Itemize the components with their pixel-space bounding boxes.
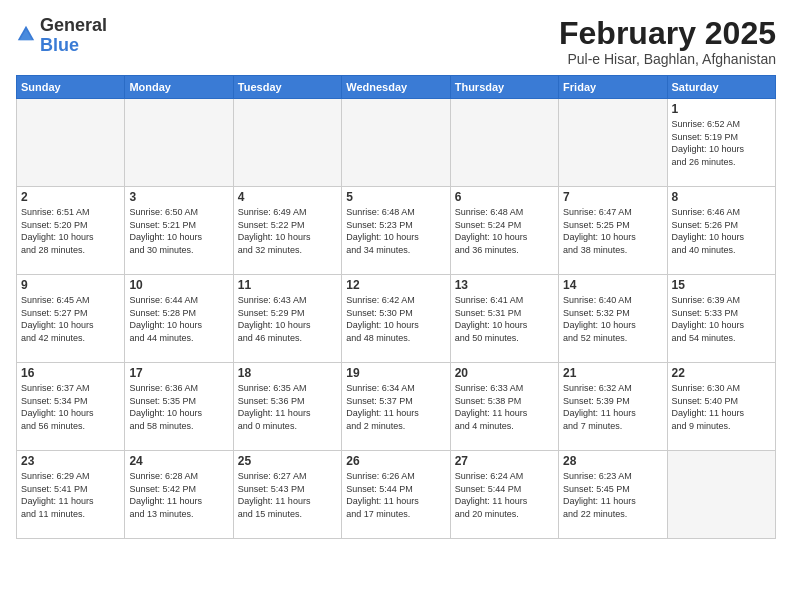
day-number: 19	[346, 366, 445, 380]
header: General Blue February 2025 Pul-e Hisar, …	[16, 16, 776, 67]
calendar-week-0: 1Sunrise: 6:52 AM Sunset: 5:19 PM Daylig…	[17, 99, 776, 187]
header-thursday: Thursday	[450, 76, 558, 99]
day-info: Sunrise: 6:48 AM Sunset: 5:24 PM Dayligh…	[455, 206, 554, 256]
day-number: 28	[563, 454, 662, 468]
table-row	[342, 99, 450, 187]
table-row: 2Sunrise: 6:51 AM Sunset: 5:20 PM Daylig…	[17, 187, 125, 275]
header-tuesday: Tuesday	[233, 76, 341, 99]
day-number: 24	[129, 454, 228, 468]
day-info: Sunrise: 6:23 AM Sunset: 5:45 PM Dayligh…	[563, 470, 662, 520]
day-info: Sunrise: 6:49 AM Sunset: 5:22 PM Dayligh…	[238, 206, 337, 256]
day-number: 21	[563, 366, 662, 380]
day-number: 22	[672, 366, 771, 380]
table-row: 23Sunrise: 6:29 AM Sunset: 5:41 PM Dayli…	[17, 451, 125, 539]
table-row: 19Sunrise: 6:34 AM Sunset: 5:37 PM Dayli…	[342, 363, 450, 451]
day-info: Sunrise: 6:48 AM Sunset: 5:23 PM Dayligh…	[346, 206, 445, 256]
day-info: Sunrise: 6:24 AM Sunset: 5:44 PM Dayligh…	[455, 470, 554, 520]
day-info: Sunrise: 6:33 AM Sunset: 5:38 PM Dayligh…	[455, 382, 554, 432]
table-row: 22Sunrise: 6:30 AM Sunset: 5:40 PM Dayli…	[667, 363, 775, 451]
day-info: Sunrise: 6:50 AM Sunset: 5:21 PM Dayligh…	[129, 206, 228, 256]
day-number: 12	[346, 278, 445, 292]
header-saturday: Saturday	[667, 76, 775, 99]
table-row: 20Sunrise: 6:33 AM Sunset: 5:38 PM Dayli…	[450, 363, 558, 451]
day-info: Sunrise: 6:41 AM Sunset: 5:31 PM Dayligh…	[455, 294, 554, 344]
header-friday: Friday	[559, 76, 667, 99]
table-row: 7Sunrise: 6:47 AM Sunset: 5:25 PM Daylig…	[559, 187, 667, 275]
day-info: Sunrise: 6:43 AM Sunset: 5:29 PM Dayligh…	[238, 294, 337, 344]
table-row: 21Sunrise: 6:32 AM Sunset: 5:39 PM Dayli…	[559, 363, 667, 451]
calendar: Sunday Monday Tuesday Wednesday Thursday…	[16, 75, 776, 539]
table-row: 24Sunrise: 6:28 AM Sunset: 5:42 PM Dayli…	[125, 451, 233, 539]
day-info: Sunrise: 6:45 AM Sunset: 5:27 PM Dayligh…	[21, 294, 120, 344]
title-block: February 2025 Pul-e Hisar, Baghlan, Afgh…	[559, 16, 776, 67]
day-info: Sunrise: 6:46 AM Sunset: 5:26 PM Dayligh…	[672, 206, 771, 256]
day-info: Sunrise: 6:28 AM Sunset: 5:42 PM Dayligh…	[129, 470, 228, 520]
day-info: Sunrise: 6:30 AM Sunset: 5:40 PM Dayligh…	[672, 382, 771, 432]
day-number: 27	[455, 454, 554, 468]
day-number: 6	[455, 190, 554, 204]
table-row: 5Sunrise: 6:48 AM Sunset: 5:23 PM Daylig…	[342, 187, 450, 275]
logo-icon	[16, 24, 36, 44]
table-row	[125, 99, 233, 187]
day-number: 7	[563, 190, 662, 204]
calendar-week-4: 23Sunrise: 6:29 AM Sunset: 5:41 PM Dayli…	[17, 451, 776, 539]
day-number: 5	[346, 190, 445, 204]
header-wednesday: Wednesday	[342, 76, 450, 99]
table-row: 1Sunrise: 6:52 AM Sunset: 5:19 PM Daylig…	[667, 99, 775, 187]
calendar-week-2: 9Sunrise: 6:45 AM Sunset: 5:27 PM Daylig…	[17, 275, 776, 363]
logo-blue-text: Blue	[40, 35, 79, 55]
table-row: 12Sunrise: 6:42 AM Sunset: 5:30 PM Dayli…	[342, 275, 450, 363]
calendar-week-1: 2Sunrise: 6:51 AM Sunset: 5:20 PM Daylig…	[17, 187, 776, 275]
table-row	[450, 99, 558, 187]
table-row: 28Sunrise: 6:23 AM Sunset: 5:45 PM Dayli…	[559, 451, 667, 539]
day-number: 26	[346, 454, 445, 468]
day-info: Sunrise: 6:36 AM Sunset: 5:35 PM Dayligh…	[129, 382, 228, 432]
page: General Blue February 2025 Pul-e Hisar, …	[0, 0, 792, 612]
table-row: 9Sunrise: 6:45 AM Sunset: 5:27 PM Daylig…	[17, 275, 125, 363]
calendar-header-row: Sunday Monday Tuesday Wednesday Thursday…	[17, 76, 776, 99]
table-row: 11Sunrise: 6:43 AM Sunset: 5:29 PM Dayli…	[233, 275, 341, 363]
header-sunday: Sunday	[17, 76, 125, 99]
day-number: 18	[238, 366, 337, 380]
table-row: 8Sunrise: 6:46 AM Sunset: 5:26 PM Daylig…	[667, 187, 775, 275]
day-info: Sunrise: 6:29 AM Sunset: 5:41 PM Dayligh…	[21, 470, 120, 520]
day-number: 10	[129, 278, 228, 292]
day-info: Sunrise: 6:40 AM Sunset: 5:32 PM Dayligh…	[563, 294, 662, 344]
table-row: 17Sunrise: 6:36 AM Sunset: 5:35 PM Dayli…	[125, 363, 233, 451]
table-row: 3Sunrise: 6:50 AM Sunset: 5:21 PM Daylig…	[125, 187, 233, 275]
day-number: 23	[21, 454, 120, 468]
day-number: 20	[455, 366, 554, 380]
table-row	[233, 99, 341, 187]
day-number: 13	[455, 278, 554, 292]
day-number: 15	[672, 278, 771, 292]
day-number: 3	[129, 190, 228, 204]
logo: General Blue	[16, 16, 107, 56]
header-monday: Monday	[125, 76, 233, 99]
day-number: 11	[238, 278, 337, 292]
table-row: 18Sunrise: 6:35 AM Sunset: 5:36 PM Dayli…	[233, 363, 341, 451]
day-number: 2	[21, 190, 120, 204]
day-info: Sunrise: 6:37 AM Sunset: 5:34 PM Dayligh…	[21, 382, 120, 432]
day-info: Sunrise: 6:52 AM Sunset: 5:19 PM Dayligh…	[672, 118, 771, 168]
month-title: February 2025	[559, 16, 776, 51]
table-row: 6Sunrise: 6:48 AM Sunset: 5:24 PM Daylig…	[450, 187, 558, 275]
location: Pul-e Hisar, Baghlan, Afghanistan	[559, 51, 776, 67]
table-row: 27Sunrise: 6:24 AM Sunset: 5:44 PM Dayli…	[450, 451, 558, 539]
day-info: Sunrise: 6:39 AM Sunset: 5:33 PM Dayligh…	[672, 294, 771, 344]
day-number: 14	[563, 278, 662, 292]
table-row	[17, 99, 125, 187]
day-number: 1	[672, 102, 771, 116]
day-number: 25	[238, 454, 337, 468]
day-info: Sunrise: 6:26 AM Sunset: 5:44 PM Dayligh…	[346, 470, 445, 520]
day-info: Sunrise: 6:51 AM Sunset: 5:20 PM Dayligh…	[21, 206, 120, 256]
table-row: 4Sunrise: 6:49 AM Sunset: 5:22 PM Daylig…	[233, 187, 341, 275]
table-row	[667, 451, 775, 539]
table-row: 25Sunrise: 6:27 AM Sunset: 5:43 PM Dayli…	[233, 451, 341, 539]
table-row: 26Sunrise: 6:26 AM Sunset: 5:44 PM Dayli…	[342, 451, 450, 539]
day-number: 4	[238, 190, 337, 204]
day-info: Sunrise: 6:35 AM Sunset: 5:36 PM Dayligh…	[238, 382, 337, 432]
day-info: Sunrise: 6:47 AM Sunset: 5:25 PM Dayligh…	[563, 206, 662, 256]
day-info: Sunrise: 6:34 AM Sunset: 5:37 PM Dayligh…	[346, 382, 445, 432]
day-info: Sunrise: 6:42 AM Sunset: 5:30 PM Dayligh…	[346, 294, 445, 344]
day-info: Sunrise: 6:32 AM Sunset: 5:39 PM Dayligh…	[563, 382, 662, 432]
